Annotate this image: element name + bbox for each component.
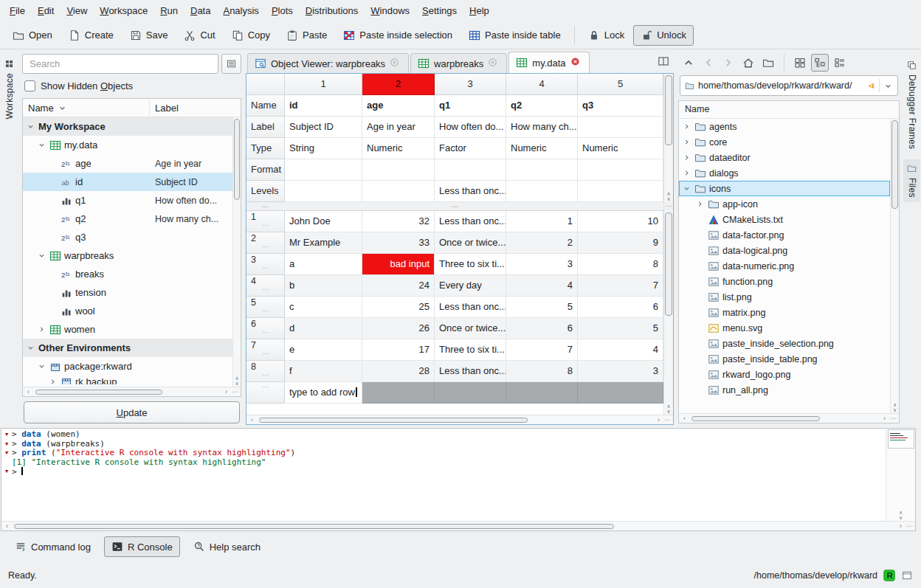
cell-r3c4[interactable]: 3 bbox=[506, 254, 578, 275]
workspace-tree-vscrollbar[interactable]: ∧∨ bbox=[232, 117, 241, 387]
grid-vertical-scrollbars[interactable]: ∧∨ ⋯ ∧∨ bbox=[663, 74, 673, 415]
meta-cell-name-c4[interactable]: q2 bbox=[506, 95, 578, 117]
meta-cell-levels-c3[interactable]: Less than onc... bbox=[435, 181, 506, 202]
cell-r7c4[interactable]: 7 bbox=[506, 339, 578, 361]
cell-r2c4[interactable]: 2 bbox=[506, 232, 578, 254]
dock-tab-debugger-frames[interactable]: Debugger Frames bbox=[903, 56, 920, 153]
icons-view-button[interactable] bbox=[791, 54, 809, 72]
column-header-4[interactable]: 4 bbox=[506, 74, 578, 95]
cell-r4c2[interactable]: 24 bbox=[362, 275, 435, 297]
console-minimap[interactable] bbox=[888, 429, 914, 449]
object-my-data[interactable]: my.data bbox=[23, 136, 241, 154]
cell-r3c5[interactable]: 8 bbox=[578, 254, 663, 275]
cell-r8c3[interactable]: Less than onc... bbox=[435, 361, 506, 382]
menu-file[interactable]: File bbox=[4, 2, 31, 19]
object-rk-backup[interactable]: rk.backup bbox=[23, 376, 241, 384]
add-row-cell-c4[interactable] bbox=[506, 382, 578, 404]
meta-cell-format-c4[interactable] bbox=[506, 159, 578, 181]
details-view-button[interactable] bbox=[831, 54, 849, 72]
file-cmakelists-txt[interactable]: CMakeLists.txt bbox=[679, 212, 890, 227]
home-button[interactable] bbox=[739, 54, 757, 72]
create-button[interactable]: Create bbox=[61, 25, 121, 46]
column-header-name[interactable]: Name bbox=[28, 103, 54, 114]
row-header-8[interactable]: 8⋯ bbox=[246, 361, 285, 382]
cell-r7c2[interactable]: 17 bbox=[362, 339, 435, 361]
meta-row-header-name[interactable]: Name bbox=[246, 95, 285, 117]
object-tension[interactable]: tension bbox=[23, 283, 241, 302]
add-row-cell-c3[interactable] bbox=[435, 382, 506, 404]
row-header-2[interactable]: 2⋯ bbox=[246, 232, 285, 254]
expander-down-icon[interactable] bbox=[36, 141, 46, 149]
file-icons[interactable]: icons bbox=[679, 181, 890, 196]
file-dialogs[interactable]: dialogs bbox=[679, 165, 890, 181]
toolview-tab-command-log[interactable]: Command log bbox=[7, 536, 98, 557]
row-header-1[interactable]: 1⋯ bbox=[246, 211, 285, 232]
expander-right-icon[interactable] bbox=[682, 122, 691, 131]
add-row-cell-c2[interactable] bbox=[362, 382, 435, 404]
object-q3[interactable]: 2³¹q3 bbox=[23, 228, 241, 246]
meta-vscrollbar[interactable]: ∧∨ bbox=[664, 74, 673, 202]
cell-r1c2[interactable]: 32 bbox=[362, 211, 435, 232]
object-package-rkward[interactable]: package:rkward bbox=[23, 357, 241, 376]
cell-r1c1[interactable]: John Doe bbox=[285, 211, 362, 232]
window-indicator-icon[interactable] bbox=[901, 570, 913, 581]
save-button[interactable]: Save bbox=[123, 25, 176, 46]
meta-cell-format-c3[interactable] bbox=[435, 159, 506, 181]
column-header-3[interactable]: 3 bbox=[435, 74, 506, 95]
menu-data[interactable]: Data bbox=[184, 2, 216, 19]
lock-button[interactable]: Lock bbox=[581, 25, 632, 46]
menu-view[interactable]: View bbox=[61, 2, 93, 19]
meta-cell-type-c1[interactable]: String bbox=[285, 138, 362, 159]
file-matrix-png[interactable]: matrix.png bbox=[679, 305, 890, 320]
cell-r7c1[interactable]: e bbox=[285, 339, 362, 361]
cell-r6c4[interactable]: 6 bbox=[506, 318, 578, 339]
column-header-5[interactable]: 5 bbox=[578, 74, 663, 95]
meta-cell-label-c5[interactable] bbox=[578, 117, 663, 138]
cell-r6c5[interactable]: 5 bbox=[578, 318, 663, 339]
meta-cell-levels-c5[interactable] bbox=[578, 181, 663, 202]
object-breaks[interactable]: 2³¹breaks bbox=[23, 265, 241, 283]
file-data-factor-png[interactable]: data-factor.png bbox=[679, 227, 890, 243]
expander-right-icon[interactable] bbox=[695, 200, 705, 208]
object-my-workspace[interactable]: My Workspace bbox=[23, 117, 241, 136]
expander-down-icon[interactable] bbox=[36, 362, 46, 370]
file-list-png[interactable]: list.png bbox=[679, 289, 890, 305]
tree-view-button[interactable] bbox=[811, 54, 829, 72]
expander-down-icon[interactable] bbox=[36, 252, 46, 260]
grid-section-splitter[interactable]: ⋯ bbox=[246, 202, 663, 211]
file-data-logical-png[interactable]: data-logical.png bbox=[679, 243, 890, 258]
row-header-3[interactable]: 3⋯ bbox=[246, 254, 285, 275]
data-vscrollbar[interactable]: ∧∨ bbox=[664, 211, 673, 415]
grid-splitter-handle[interactable]: ⋯ bbox=[664, 202, 673, 211]
paste-inside-selection-button[interactable]: Paste inside selection bbox=[336, 25, 460, 46]
file-paste-inside-selection-png[interactable]: paste_inside_selection.png bbox=[679, 336, 890, 351]
meta-cell-type-c2[interactable]: Numeric bbox=[362, 138, 435, 159]
folder-button[interactable] bbox=[759, 54, 777, 72]
split-window-button[interactable] bbox=[655, 52, 672, 70]
up-button[interactable] bbox=[680, 54, 697, 72]
cell-r4c4[interactable]: 4 bbox=[506, 275, 578, 297]
show-hidden-objects-checkbox[interactable]: Show Hidden Objects bbox=[22, 77, 241, 94]
meta-cell-levels-c2[interactable] bbox=[362, 181, 435, 202]
add-row-cell-c5[interactable] bbox=[578, 382, 663, 404]
cell-r3c2[interactable]: bad input bbox=[362, 254, 435, 275]
file-run-all-png[interactable]: run_all.png bbox=[679, 382, 890, 398]
cell-r2c1[interactable]: Mr Example bbox=[285, 232, 362, 254]
cell-r8c1[interactable]: f bbox=[285, 361, 362, 382]
meta-cell-format-c2[interactable] bbox=[362, 159, 435, 181]
r-engine-status-icon[interactable]: R bbox=[883, 570, 895, 581]
dock-tab-files[interactable]: Files bbox=[903, 159, 920, 202]
expander-right-icon[interactable] bbox=[682, 153, 691, 162]
column-header-2[interactable]: 2 bbox=[362, 74, 435, 95]
cell-r5c1[interactable]: c bbox=[285, 297, 362, 318]
meta-cell-name-c3[interactable]: q1 bbox=[435, 95, 506, 117]
meta-cell-levels-c4[interactable] bbox=[506, 181, 578, 202]
console-hscrollbar[interactable]: ‹›⋯ bbox=[1, 521, 915, 530]
workspace-tree-header[interactable]: Name Label bbox=[23, 99, 241, 117]
row-header-7[interactable]: 7⋯ bbox=[246, 339, 285, 361]
menu-settings[interactable]: Settings bbox=[416, 2, 463, 19]
cell-r2c3[interactable]: Once or twice... bbox=[435, 232, 506, 254]
menu-windows[interactable]: Windows bbox=[365, 2, 415, 19]
combo-dropdown-icon[interactable] bbox=[883, 81, 893, 91]
cell-r1c5[interactable]: 10 bbox=[578, 211, 663, 232]
